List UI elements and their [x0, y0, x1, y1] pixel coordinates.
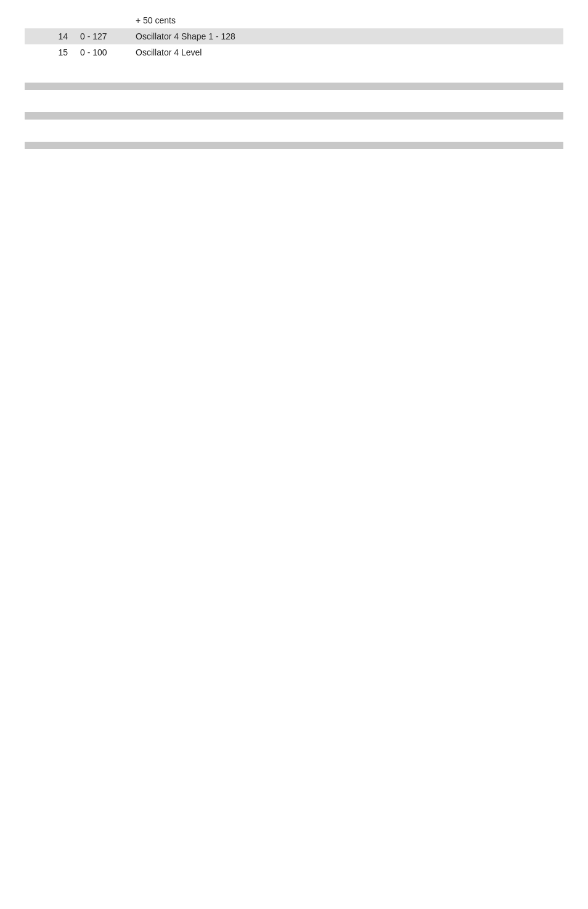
feedback-table-header-param: [25, 142, 204, 149]
filter-table-header-range: [204, 83, 383, 90]
top-row: 15 0 - 100 Oscillator 4 Level: [25, 44, 563, 60]
row-num: 15: [25, 44, 74, 60]
row-num: 14: [25, 28, 74, 44]
row-range: 0 - 100: [74, 44, 129, 60]
filter-table-header-param: [25, 83, 204, 90]
row-num: [25, 12, 74, 28]
filter-parameters-table: [25, 83, 563, 90]
feedback-table-header-desc: [384, 142, 563, 149]
row-range: [74, 12, 129, 28]
feedback-table-header-range: [204, 142, 383, 149]
top-partial-table: + 50 cents 14 0 - 127 Oscillator 4 Shape…: [25, 12, 563, 60]
vca-table-header-param: [25, 112, 204, 120]
vca-table-header-range: [204, 112, 383, 120]
feedback-parameters-table: [25, 142, 563, 149]
top-row: 14 0 - 127 Oscillator 4 Shape 1 - 128: [25, 28, 563, 44]
top-partial-data-table: + 50 cents 14 0 - 127 Oscillator 4 Shape…: [25, 12, 563, 60]
top-row: + 50 cents: [25, 12, 563, 28]
row-desc: + 50 cents: [129, 12, 563, 28]
filter-table-header-desc: [384, 83, 563, 90]
row-desc: Oscillator 4 Level: [129, 44, 563, 60]
vca-table-header-desc: [384, 112, 563, 120]
row-range: 0 - 127: [74, 28, 129, 44]
row-desc: Oscillator 4 Shape 1 - 128: [129, 28, 563, 44]
vca-parameters-table: [25, 112, 563, 120]
